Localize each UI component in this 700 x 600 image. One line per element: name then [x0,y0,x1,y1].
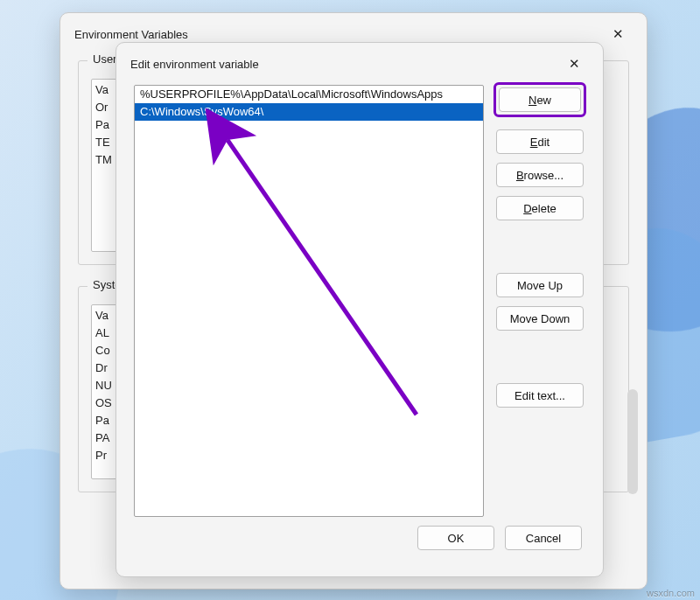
edit-environment-variable-dialog: Edit environment variable ✕ %USERPROFILE… [116,42,604,577]
scrollbar[interactable] [627,389,638,494]
watermark: wsxdn.com [647,588,695,598]
close-icon[interactable]: ✕ [559,52,589,76]
edit-text-button[interactable]: Edit text... [496,383,584,408]
browse-button[interactable]: Browse... [496,163,584,187]
edit-button[interactable]: Edit [496,129,584,154]
ok-button[interactable]: OK [417,526,494,550]
dialog-title: Edit environment variable [130,58,259,71]
cancel-button[interactable]: Cancel [505,526,582,550]
path-entry[interactable]: %USERPROFILE%\AppData\Local\Microsoft\Wi… [135,86,483,103]
path-entries-list[interactable]: %USERPROFILE%\AppData\Local\Microsoft\Wi… [134,85,484,517]
move-down-button[interactable]: Move Down [496,306,584,331]
annotation-highlight: New [494,82,586,117]
dialog-title: Environment Variables [74,28,188,41]
delete-button[interactable]: Delete [496,196,584,220]
move-up-button[interactable]: Move Up [496,273,584,297]
path-entry[interactable]: C:\Windows\SysWow64\ [135,103,483,121]
close-icon[interactable]: ✕ [603,22,633,46]
new-button[interactable]: New [499,87,581,112]
